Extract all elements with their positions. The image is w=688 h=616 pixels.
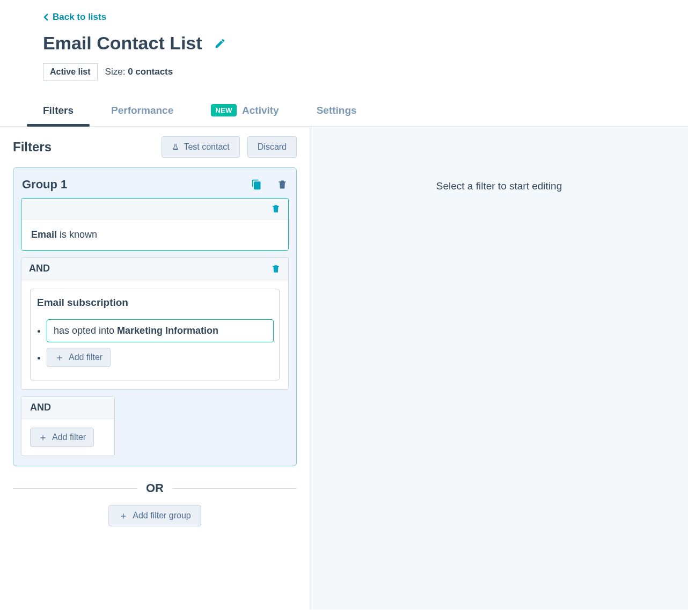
chevron-left-icon: [43, 13, 48, 21]
trash-icon: [271, 204, 281, 214]
tabs: Filters Performance NEW Activity Setting…: [0, 97, 688, 127]
status-badge: Active list: [43, 63, 98, 80]
flask-icon: [172, 143, 179, 151]
discard-button[interactable]: Discard: [247, 136, 297, 158]
add-filter-group-button[interactable]: ＋ Add filter group: [108, 505, 201, 526]
copy-icon: [251, 179, 262, 190]
subscription-card: Email subscription has opted into Market…: [30, 289, 280, 380]
rule-header: [21, 199, 288, 219]
filter-rule[interactable]: Email is known: [21, 198, 289, 251]
filters-panel: Filters Test contact Discard Group 1: [0, 127, 310, 610]
tab-settings[interactable]: Settings: [317, 97, 357, 126]
tab-activity[interactable]: NEW Activity: [211, 97, 279, 126]
tab-filters[interactable]: Filters: [43, 97, 74, 126]
panel-title: Filters: [13, 140, 52, 155]
or-label: OR: [146, 481, 164, 495]
filter-group: Group 1 Email is k: [13, 167, 297, 466]
and-label: AND: [29, 263, 50, 274]
list-item: ＋ Add filter: [47, 348, 274, 367]
new-badge: NEW: [211, 104, 237, 116]
delete-group-button[interactable]: [277, 179, 288, 190]
pencil-icon: [214, 38, 226, 49]
add-filter-button[interactable]: ＋ Add filter: [47, 348, 111, 367]
rule-body: Email is known: [21, 219, 288, 250]
editor-panel: Select a filter to start editing: [310, 127, 688, 610]
subscription-rule[interactable]: has opted into Marketing Information: [47, 319, 274, 342]
trash-icon: [271, 264, 281, 274]
filter-rule: AND Email subscription has opted into Ma…: [21, 257, 289, 390]
plus-icon: ＋: [38, 432, 48, 442]
tab-performance[interactable]: Performance: [111, 97, 173, 126]
plus-icon: ＋: [119, 511, 128, 520]
add-filter-button[interactable]: ＋ Add filter: [30, 428, 94, 447]
edit-title-button[interactable]: [214, 38, 226, 49]
plus-icon: ＋: [55, 353, 64, 362]
rule-header: AND: [21, 258, 288, 280]
page-title: Email Contact List: [43, 33, 202, 54]
subscription-title: Email subscription: [36, 297, 274, 314]
editor-placeholder: Select a filter to start editing: [310, 180, 688, 192]
and-block: AND ＋ Add filter: [21, 396, 115, 456]
list-item: has opted into Marketing Information: [47, 319, 274, 342]
test-contact-button[interactable]: Test contact: [162, 136, 239, 158]
group-title: Group 1: [22, 178, 67, 192]
list-size: Size: 0 contacts: [105, 67, 173, 77]
delete-rule-button[interactable]: [271, 204, 281, 214]
back-to-lists-link[interactable]: Back to lists: [43, 12, 106, 23]
delete-rule-button[interactable]: [271, 264, 281, 274]
clone-group-button[interactable]: [251, 179, 262, 190]
or-separator: OR: [13, 481, 297, 495]
and-label: AND: [21, 397, 114, 419]
trash-icon: [277, 179, 288, 190]
back-link-label: Back to lists: [53, 12, 106, 23]
